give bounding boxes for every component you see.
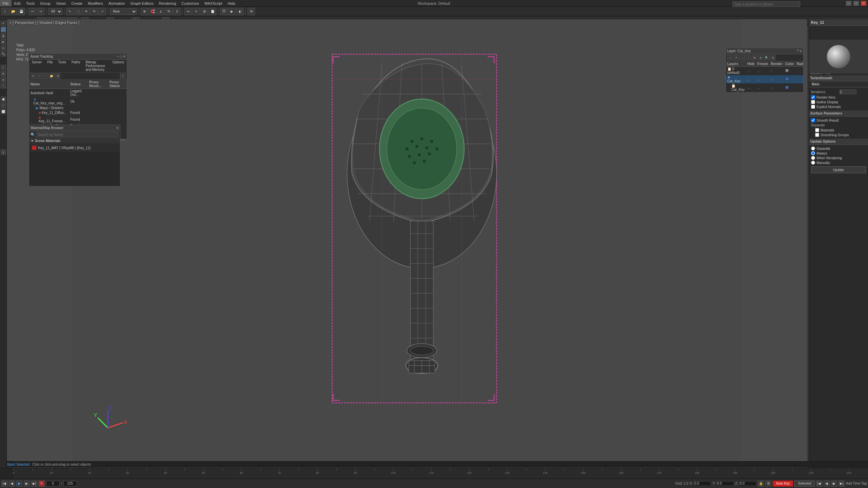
maxscript-menu[interactable]: MAXScript	[202, 0, 225, 6]
asset-tracking-minimize-button[interactable]: ─	[117, 55, 119, 58]
new-scene-button[interactable]: □	[1, 8, 9, 15]
rendering-menu[interactable]: Rendering	[156, 0, 179, 6]
at-row-carkey[interactable]: ▼ Car_Key_max_orig... Ok	[29, 97, 127, 106]
go-start-button[interactable]: |◀	[1, 481, 7, 487]
layer-find-btn[interactable]: 🔍	[764, 55, 769, 60]
layer-panel-help-btn[interactable]: ?	[796, 49, 798, 53]
select-region-button[interactable]: ⬚	[74, 8, 82, 15]
animation-menu[interactable]: Animation	[106, 0, 128, 6]
sidebar-extra1-icon[interactable]: ≡	[1, 65, 6, 70]
mat-browser-close-btn[interactable]: ✕	[116, 126, 119, 130]
selected-button[interactable]: Selected	[794, 481, 815, 487]
filter-dropdown[interactable]: All	[48, 8, 62, 15]
next-key-button[interactable]: ▶	[831, 481, 837, 487]
layer-panel-close-btn[interactable]: ✕	[799, 49, 802, 53]
views-menu[interactable]: Views	[53, 0, 68, 6]
sidebar-create-icon[interactable]: ✦	[1, 21, 6, 26]
group-menu[interactable]: Group	[37, 0, 53, 6]
sidebar-extra2-icon[interactable]: ⊞	[1, 71, 6, 76]
percent-snap-button[interactable]: %	[165, 8, 173, 15]
sidebar-extra6-icon[interactable]: ⬭	[1, 103, 6, 108]
layer-panel-titlebar[interactable]: Layer: Car_Key ? ✕	[726, 48, 803, 54]
at-bitmap-menu[interactable]: Bitmap Performance and Memory	[83, 60, 110, 72]
isoline-checkbox[interactable]	[811, 100, 815, 104]
align-button[interactable]: ≡	[193, 8, 200, 15]
x-coord-input[interactable]	[694, 481, 711, 486]
sidebar-utilities-icon[interactable]: 🔧	[1, 51, 6, 57]
next-frame-button[interactable]: ▶	[24, 481, 30, 487]
layer-collapse-all-btn[interactable]: ⊟	[758, 55, 763, 60]
y-coord-input[interactable]	[717, 481, 734, 486]
spinner-snap-button[interactable]: ⧖	[173, 8, 181, 15]
minimize-button[interactable]: ─	[846, 1, 852, 6]
current-frame-input[interactable]	[46, 481, 60, 486]
layer-new-btn[interactable]: +	[727, 55, 733, 60]
render-button[interactable]: ▶	[228, 8, 236, 15]
sidebar-extra3-icon[interactable]: ◈	[1, 77, 6, 82]
smoothing-groups-checkbox[interactable]	[815, 133, 819, 137]
rotate-button[interactable]: ↻	[91, 8, 98, 15]
key-mode-button[interactable]: |◀	[816, 481, 822, 487]
array-button[interactable]: ⊞	[201, 8, 208, 15]
keyframe-button[interactable]: K	[39, 481, 45, 487]
undo-button[interactable]: ↩	[29, 8, 36, 15]
layer-settings-btn[interactable]: ⚙	[770, 55, 775, 60]
prev-key-button[interactable]: ◀	[824, 481, 830, 487]
coord-system-dropdown[interactable]: New	[110, 8, 137, 15]
material-browser-titlebar[interactable]: Material/Map Browser ✕	[29, 125, 120, 131]
at-help-btn[interactable]: ?	[120, 73, 125, 79]
close-button[interactable]: ✕	[861, 1, 867, 6]
sidebar-extra7-icon[interactable]: ⬜	[1, 109, 6, 114]
file-menu[interactable]: File	[0, 0, 12, 6]
layer-row-carkey[interactable]: ▼ Car_Key — — □	[726, 75, 803, 84]
when-rendering-radio[interactable]	[811, 156, 815, 160]
at-file-menu[interactable]: File	[44, 60, 55, 72]
save-button[interactable]: 💾	[18, 8, 25, 15]
create-menu[interactable]: Create	[68, 0, 85, 6]
layer-row-default[interactable]: 📋 0 (default) — — □	[726, 67, 803, 75]
sidebar-extra4-icon[interactable]: ⬛	[1, 83, 6, 88]
auto-key-button[interactable]: Auto Key	[773, 481, 793, 487]
separate-radio[interactable]	[811, 146, 815, 150]
sidebar-extra5-icon[interactable]: 🔲	[1, 97, 6, 102]
graph-editors-menu[interactable]: Graph Editors	[128, 0, 156, 6]
at-server-menu[interactable]: Server	[29, 60, 44, 72]
layer-sel-objects-btn[interactable]: ↑	[746, 55, 751, 60]
extra-tools-button[interactable]: ⚙	[248, 8, 255, 15]
sidebar-modify-icon[interactable]: ⬡	[1, 27, 6, 32]
edit-menu[interactable]: Edit	[12, 0, 23, 6]
explicit-normals-checkbox[interactable]	[811, 105, 815, 109]
layer-manager-button[interactable]: 📋	[209, 8, 216, 15]
move-button[interactable]: ✛	[82, 8, 90, 15]
at-remove-btn[interactable]: −	[43, 73, 48, 79]
layer-delete-btn[interactable]: ✕	[733, 55, 739, 60]
at-paths-menu[interactable]: Paths	[69, 60, 83, 72]
asset-tracking-close-button[interactable]: ✕	[123, 55, 125, 58]
smooth-result-checkbox[interactable]	[811, 118, 815, 122]
at-row-vault[interactable]: Autodesk Vault Logged Out...	[29, 89, 127, 97]
go-end-button[interactable]: ▶|	[31, 481, 37, 487]
ref-coord-button[interactable]: ⊕	[141, 8, 148, 15]
select-button[interactable]: ↖	[66, 8, 74, 15]
material-item-key11[interactable]: Key_11_MAT ( VRayMtl ) [Key_11]	[31, 145, 119, 151]
render-iters-checkbox[interactable]	[811, 95, 815, 99]
sidebar-bottom1-icon[interactable]: ❯	[1, 149, 6, 155]
sidebar-hierarchy-icon[interactable]: ⚓	[1, 33, 6, 38]
global-search-input[interactable]	[732, 1, 800, 7]
play-button[interactable]: ▶	[16, 481, 22, 487]
asset-tracking-titlebar[interactable]: Asset Tracking ─ □ ✕	[29, 54, 127, 60]
tools-menu[interactable]: Tools	[23, 0, 38, 6]
surface-params-header[interactable]: Surface Parameters	[809, 110, 868, 117]
scene-materials-header[interactable]: ▼ Scene Materials	[29, 138, 120, 143]
activeshade-button[interactable]: ◐	[236, 8, 244, 15]
material-search-input[interactable]	[36, 132, 119, 137]
at-add-btn[interactable]: +	[37, 73, 42, 79]
at-row-fresne[interactable]: ■ Key_11_Fresne... Found	[29, 115, 127, 124]
timeline-track[interactable]: 0102030405060708090100110120130140150160…	[14, 468, 868, 479]
mirror-button[interactable]: ⇔	[184, 8, 192, 15]
end-frame-input[interactable]	[63, 481, 77, 486]
help-menu[interactable]: Help	[225, 0, 238, 6]
always-radio[interactable]	[811, 151, 815, 155]
at-folder-btn[interactable]: 📁	[49, 73, 54, 79]
materials-checkbox[interactable]	[815, 128, 819, 132]
